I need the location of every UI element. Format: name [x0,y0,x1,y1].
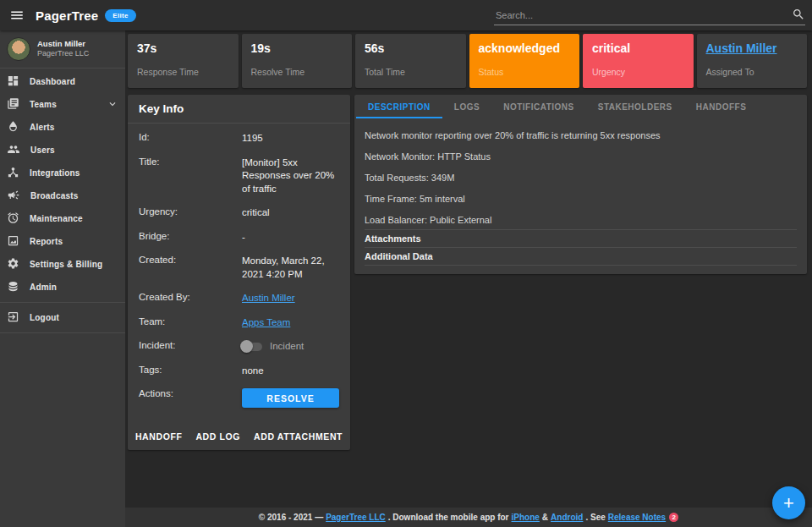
footer-release-notes-link[interactable]: Release Notes [608,513,666,522]
detail-panel: DESCRIPTION LOGS NOTIFICATIONS STAKEHOLD… [354,95,807,274]
sidebar-divider [0,302,125,303]
main-content: 37s Response Time 19s Resolve Time 56s T… [125,30,812,508]
plan-badge: Elite [105,9,135,22]
sidebar-item-teams[interactable]: Teams [0,93,125,116]
broadcasts-icon [7,189,20,203]
description-line: Network monitor reporting over 20% of tr… [365,130,797,140]
footer-iphone-link[interactable]: iPhone [512,513,540,522]
app-window: PagerTree Elite Austin Miller PagerTree … [0,0,812,527]
description-line: Network Monitor: HTTP Status [365,151,797,162]
chevron-down-icon [107,98,118,112]
key-info-title: Key Info [128,95,350,124]
footer-copyright: © 2016 - 2021 — [259,513,323,522]
footer-text: . See [585,513,605,522]
topbar: PagerTree Elite [0,0,812,30]
additional-data-section-header: Additional Data [365,248,797,265]
add-log-button[interactable]: ADD LOG [195,431,240,442]
tab-description[interactable]: DESCRIPTION [356,95,442,118]
detail-tabs: DESCRIPTION LOGS NOTIFICATIONS STAKEHOLD… [354,95,807,118]
add-attachment-button[interactable]: ADD ATTACHMENT [254,431,343,442]
tab-stakeholders[interactable]: STAKEHOLDERS [586,95,684,118]
admin-icon [7,280,19,294]
user-name: Austin Miller [37,39,89,49]
tab-handoffs[interactable]: HANDOFFS [684,95,759,118]
key-info-row-created-by: Created By: Austin Miller [139,292,339,305]
release-notes-badge: 2 [669,513,678,522]
sidebar-item-reports[interactable]: Reports [0,230,125,253]
sidebar-item-integrations[interactable]: Integrations [0,162,125,184]
sidebar-item-users[interactable]: Users [0,139,125,162]
description-line: Load Balancer: Public External [365,215,797,225]
avatar [7,37,30,61]
sidebar-item-maintenance[interactable]: Maintenance [0,207,125,230]
sidebar-item-alerts[interactable]: Alerts [0,116,125,139]
key-info-row-actions: Actions: RESOLVE [139,388,339,408]
key-info-row-tags: Tags: none [139,365,339,378]
key-info-row-incident: Incident: Incident [139,340,339,354]
stat-card-resolve-time: 19s Resolve Time [242,34,353,88]
sidebar-item-logout[interactable]: Logout [0,306,125,329]
description-line: Time Frame: 5m interval [365,194,797,204]
add-fab-button[interactable]: + [772,486,805,519]
search-icon[interactable] [792,8,805,25]
footer-android-link[interactable]: Android [551,513,583,522]
footer: © 2016 - 2021 — PagerTree LLC . Download… [125,508,812,527]
reports-icon [7,234,19,249]
key-info-row-team: Team: Apps Team [139,316,339,330]
stat-card-urgency: critical Urgency [583,34,694,88]
teams-icon [7,97,19,112]
attachments-section-header: Attachments [365,230,797,247]
app-title: PagerTree [36,8,98,23]
key-info-footer-actions: HANDOFF ADD LOG ADD ATTACHMENT [128,431,350,442]
description-line: Total Requests: 349M [365,173,797,183]
tab-logs[interactable]: LOGS [442,95,491,118]
key-info-panel: Key Info Id: 1195 Title: [Monitor] 5xx R… [128,95,350,450]
team-link[interactable]: Apps Team [242,317,290,327]
created-by-link[interactable]: Austin Miller [242,293,295,303]
key-info-row-id: Id: 1195 [139,132,339,145]
handoff-button[interactable]: HANDOFF [135,431,183,442]
key-info-row-title: Title: [Monitor] 5xx Responses over 20% … [139,156,339,196]
sidebar-divider [0,332,125,333]
stat-card-status: acknowledged Status [469,34,580,88]
sidebar: Austin Miller PagerTree LLC Dashboard Te… [0,30,125,527]
tab-notifications[interactable]: NOTIFICATIONS [491,95,586,118]
divider [365,265,797,266]
footer-text: . Download the mobile app for [388,513,509,522]
key-info-row-created: Created: Monday, March 22, 2021 4:20 PM [139,255,339,281]
settings-icon [7,257,19,272]
description-content: Network monitor reporting over 20% of tr… [354,118,807,266]
stat-card-response-time: 37s Response Time [128,34,239,88]
footer-text: & [542,513,548,522]
stat-card-total-time: 56s Total Time [355,34,466,88]
sidebar-item-admin[interactable]: Admin [0,276,125,299]
sidebar-item-dashboard[interactable]: Dashboard [0,70,125,93]
search-input[interactable] [494,8,805,22]
stat-card-assigned-to: Austin Miller Assigned To [697,34,808,88]
resolve-button[interactable]: RESOLVE [242,388,339,408]
assigned-to-link[interactable]: Austin Miller [706,41,798,55]
sidebar-item-broadcasts[interactable]: Broadcasts [0,184,125,207]
footer-company-link[interactable]: PagerTree LLC [326,513,386,522]
integrations-icon [7,166,19,180]
key-info-row-urgency: Urgency: critical [139,206,339,220]
incident-toggle[interactable] [242,343,262,351]
key-info-row-bridge: Bridge: - [139,231,339,244]
menu-icon[interactable] [0,8,34,23]
users-icon [7,143,20,157]
sidebar-nav: Dashboard Teams Alerts Users Inte [0,69,125,337]
alerts-icon [7,120,19,134]
search-bar [494,5,805,25]
logout-icon [7,310,19,325]
stats-row: 37s Response Time 19s Resolve Time 56s T… [128,34,807,88]
sidebar-user[interactable]: Austin Miller PagerTree LLC [0,30,125,69]
dashboard-icon [7,74,19,89]
maintenance-icon [7,211,19,226]
user-org: PagerTree LLC [37,49,89,59]
sidebar-item-settings-billing[interactable]: Settings & Billing [0,253,125,276]
